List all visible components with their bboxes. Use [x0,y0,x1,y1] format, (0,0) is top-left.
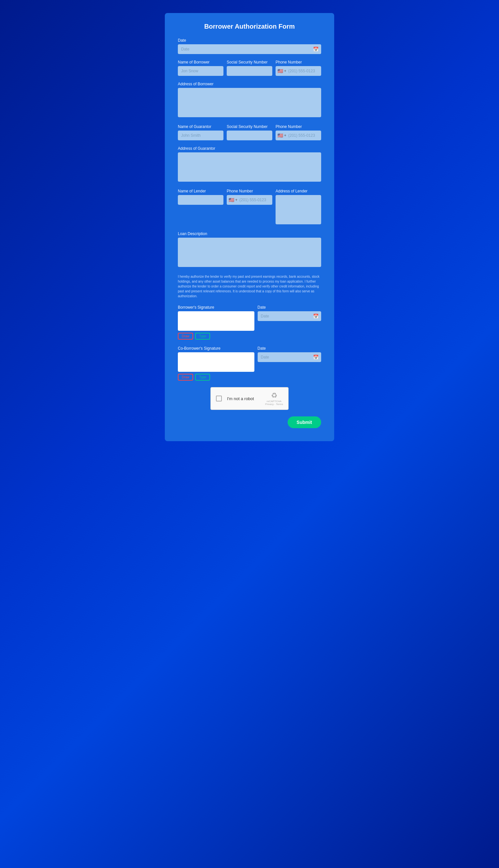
recaptcha-wrapper: I'm not a robot ♻ reCAPTCHA Privacy - Te… [178,387,321,410]
lender-phone-wrapper: 🇺🇸 + [227,195,272,205]
co-borrower-signature-col: Co-Borrower's Signature Draw Type [178,346,254,381]
lender-phone-label: Phone Number [227,189,272,194]
phone-prefix-2: + [284,133,286,138]
guarantor-phone-col: Phone Number 🇺🇸 + [276,124,321,140]
borrower-row: Name of Borrower Social Security Number … [178,60,321,76]
us-flag-icon-2: 🇺🇸 [278,133,283,138]
borrower-name-label: Name of Borrower [178,60,223,64]
guarantor-name-label: Name of Guarantor [178,124,223,129]
borrower-signature-col: Borrower's Signature Draw Type [178,305,254,339]
recaptcha-brand: reCAPTCHA [267,400,281,403]
borrower-signature-box[interactable] [178,311,254,331]
recaptcha-logo: ♻ reCAPTCHA Privacy - Terms [265,391,283,406]
guarantor-address-input[interactable] [178,152,321,182]
lender-row: Name of Lender Phone Number 🇺🇸 + Address… [178,189,321,226]
authorization-text: I hereby authorize the lender to verify … [178,274,321,299]
borrower-address-label: Address of Borrower [178,82,321,86]
phone-prefix: + [284,69,286,73]
guarantor-ssn-label: Social Security Number [227,124,272,129]
borrower-name-input[interactable] [178,66,223,76]
co-borrower-signature-date-row: Co-Borrower's Signature Draw Type Date 📅 [178,346,321,381]
date-label: Date [178,38,321,43]
guarantor-ssn-col: Social Security Number [227,124,272,140]
lender-phone-flag: 🇺🇸 + [227,197,240,202]
loan-description-group: Loan Description [178,232,321,268]
recaptcha-privacy: Privacy - Terms [265,403,283,406]
co-borrower-draw-button[interactable]: Draw [178,374,193,381]
lender-address-col: Address of Lender [276,189,321,226]
co-borrower-sig-date-input[interactable] [258,352,321,362]
borrower-ssn-label: Social Security Number [227,60,272,64]
lender-name-input[interactable] [178,195,223,205]
co-borrower-sig-date-label: Date [258,346,321,351]
borrower-sig-date-label: Date [258,305,321,310]
guarantor-row: Name of Guarantor Social Security Number… [178,124,321,140]
us-flag-icon-3: 🇺🇸 [229,197,234,202]
recaptcha-checkbox[interactable] [216,396,222,401]
borrower-type-button[interactable]: Type [195,333,210,339]
co-borrower-signature-section: Co-Borrower's Signature Draw Type Date 📅 [178,346,321,381]
borrower-sign-buttons: Draw Type [178,333,254,339]
borrower-phone-flag: 🇺🇸 + [276,69,288,74]
borrower-phone-input[interactable] [288,66,321,76]
borrower-signature-section: Borrower's Signature Draw Type Date 📅 [178,305,321,339]
loan-description-input[interactable] [178,238,321,267]
date-input-wrapper: 📅 [178,44,321,54]
borrower-signature-label: Borrower's Signature [178,305,254,310]
submit-row: Submit [178,417,321,428]
guarantor-ssn-input[interactable] [227,131,272,140]
co-borrower-sign-buttons: Draw Type [178,374,254,381]
lender-address-label: Address of Lender [276,189,321,194]
form-title: Borrower Authorization Form [178,23,321,30]
co-borrower-sig-date-wrapper: 📅 [258,352,321,362]
date-input[interactable] [178,44,321,54]
lender-name-label: Name of Lender [178,189,223,194]
recaptcha-icon: ♻ [271,391,278,400]
borrower-ssn-col: Social Security Number [227,60,272,76]
borrower-name-col: Name of Borrower [178,60,223,76]
borrower-address-input[interactable] [178,88,321,117]
borrower-phone-label: Phone Number [276,60,321,64]
us-flag-icon: 🇺🇸 [278,69,283,74]
phone-prefix-3: + [235,198,238,202]
lender-phone-input[interactable] [240,195,272,205]
borrower-signature-date-row: Borrower's Signature Draw Type Date 📅 [178,305,321,339]
co-borrower-sig-date-col: Date 📅 [258,346,321,362]
guarantor-name-col: Name of Guarantor [178,124,223,140]
lender-name-col: Name of Lender [178,189,223,226]
loan-description-label: Loan Description [178,232,321,236]
date-group: Date 📅 [178,38,321,54]
borrower-phone-col: Phone Number 🇺🇸 + [276,60,321,76]
form-container: Borrower Authorization Form Date 📅 Name … [165,13,334,441]
borrower-sig-date-wrapper: 📅 [258,311,321,321]
lender-address-input[interactable] [276,195,321,224]
guarantor-address-group: Address of Guarantor [178,146,321,183]
co-borrower-type-button[interactable]: Type [195,374,210,381]
submit-button[interactable]: Submit [288,417,321,428]
borrower-phone-wrapper: 🇺🇸 + [276,66,321,76]
recaptcha-box[interactable]: I'm not a robot ♻ reCAPTCHA Privacy - Te… [210,387,289,410]
borrower-sig-date-col: Date 📅 [258,305,321,321]
borrower-sig-date-input[interactable] [258,311,321,321]
guarantor-address-label: Address of Guarantor [178,146,321,151]
co-borrower-signature-box[interactable] [178,352,254,372]
borrower-address-group: Address of Borrower [178,82,321,119]
guarantor-phone-flag: 🇺🇸 + [276,133,288,138]
guarantor-phone-wrapper: 🇺🇸 + [276,131,321,140]
co-borrower-signature-label: Co-Borrower's Signature [178,346,254,351]
lender-phone-col: Phone Number 🇺🇸 + [227,189,272,226]
guarantor-name-input[interactable] [178,131,223,140]
guarantor-phone-input[interactable] [288,131,321,140]
borrower-ssn-input[interactable] [227,66,272,76]
borrower-draw-button[interactable]: Draw [178,333,193,339]
guarantor-phone-label: Phone Number [276,124,321,129]
recaptcha-label: I'm not a robot [227,396,260,401]
